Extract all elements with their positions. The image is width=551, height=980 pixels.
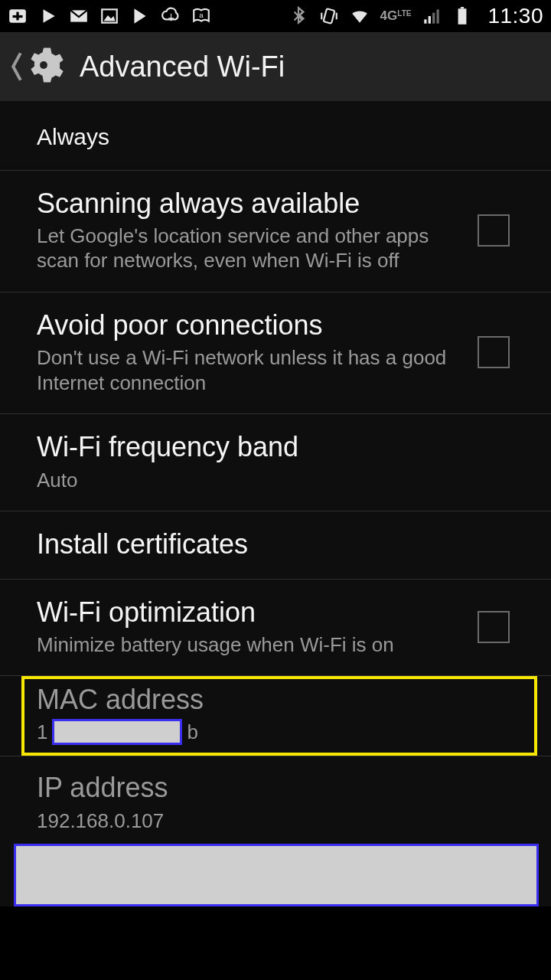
svg-rect-17 <box>437 9 439 23</box>
item-avoid-poor[interactable]: Avoid poor connections Don't use a Wi-Fi… <box>0 292 551 414</box>
svg-text:a: a <box>199 11 204 19</box>
plus-box-icon <box>8 6 28 26</box>
settings-list: Always Scanning always available Let Goo… <box>0 101 551 906</box>
item-avoid-subtitle: Don't use a Wi-Fi network unless it has … <box>37 345 462 395</box>
bottom-redaction-box <box>14 844 539 906</box>
svg-rect-11 <box>323 8 334 24</box>
image-icon <box>99 6 119 26</box>
page-title: Advanced Wi-Fi <box>80 51 285 83</box>
4g-lte-icon: 4GLTE <box>380 10 412 21</box>
item-install-certs[interactable]: Install certificates <box>0 511 551 579</box>
svg-rect-15 <box>429 16 431 24</box>
item-avoid-title: Avoid poor connections <box>37 309 462 341</box>
item-freq-subtitle: Auto <box>37 468 499 493</box>
item-opt-subtitle: Minimize battery usage when Wi-Fi is on <box>37 632 462 658</box>
signal-icon <box>422 6 442 26</box>
svg-rect-18 <box>458 8 467 24</box>
mac-prefix: 1 <box>37 720 47 744</box>
svg-rect-16 <box>433 13 435 24</box>
checkbox-scanning[interactable] <box>478 214 510 247</box>
item-scanning-always[interactable]: Scanning always available Let Google's l… <box>0 171 551 292</box>
item-scanning-title: Scanning always available <box>37 188 462 219</box>
svg-point-8 <box>141 9 144 12</box>
item-certs-title: Install certificates <box>37 528 499 560</box>
status-right: 4GLTE 11:30 <box>289 4 543 28</box>
checkbox-opt[interactable] <box>478 611 510 643</box>
book-a-icon: a <box>191 6 211 26</box>
svg-point-20 <box>40 61 47 69</box>
item-frequency-band[interactable]: Wi-Fi frequency band Auto <box>0 414 551 511</box>
item-wifi-optimization[interactable]: Wi-Fi optimization Minimize battery usag… <box>0 580 551 677</box>
svg-marker-3 <box>44 9 55 22</box>
item-ip-address: IP address 192.168.0.107 <box>0 756 551 838</box>
item-mac-title: MAC address <box>37 684 522 716</box>
item-mac-address: MAC address 1 b <box>21 676 537 756</box>
item-keep-wifi-on[interactable]: Always <box>0 101 551 171</box>
play-icon <box>38 6 58 26</box>
appbar: Advanced Wi-Fi <box>0 32 551 101</box>
back-button[interactable] <box>11 48 23 85</box>
svg-marker-6 <box>103 15 115 21</box>
battery-icon <box>452 6 472 26</box>
svg-rect-14 <box>425 19 427 23</box>
item-freq-title: Wi-Fi frequency band <box>37 431 499 462</box>
bluetooth-icon <box>289 6 308 26</box>
mac-suffix: b <box>187 720 197 744</box>
svg-rect-2 <box>13 15 23 18</box>
statusbar: a 4GLTE 11:30 <box>0 0 551 32</box>
wifi-icon <box>350 6 370 26</box>
checkbox-avoid[interactable] <box>478 336 510 368</box>
gear-icon <box>23 44 64 89</box>
svg-rect-19 <box>461 7 464 8</box>
music-play-icon <box>130 6 150 26</box>
item-scanning-subtitle: Let Google's location service and other … <box>37 224 462 273</box>
item-opt-title: Wi-Fi optimization <box>37 596 462 628</box>
vibrate-icon <box>319 6 339 26</box>
mac-redaction-box <box>52 719 182 745</box>
item-ip-title: IP address <box>37 772 499 803</box>
item-ip-subtitle: 192.168.0.107 <box>37 808 499 834</box>
clock: 11:30 <box>487 4 543 28</box>
mail-icon <box>69 6 89 26</box>
status-left: a <box>8 6 211 26</box>
item-always-subtitle: Always <box>37 122 499 152</box>
cloud-download-icon <box>161 6 181 26</box>
